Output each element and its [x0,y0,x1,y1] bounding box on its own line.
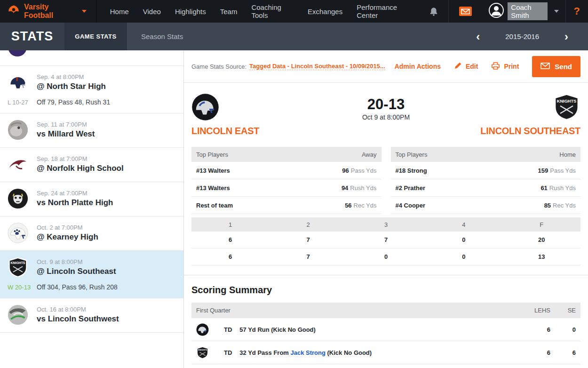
games-sidebar: L 10-27 Sep. 4 at 8:00PM @ North Star Hi… [0,50,184,368]
tab-game-stats[interactable]: GAME STATS [64,23,127,50]
toolbar-actions: Admin Actions Edit Print [395,56,580,77]
game-item-lincoln-southwest[interactable]: Oct. 16 at 8:00PM vs Lincoln Southwest [0,298,183,333]
top-nav: Varsity Football Home Video Highlights T… [0,0,588,23]
game-title: vs Millard West [37,129,176,139]
user-menu[interactable]: Coach Smith [482,0,565,23]
notifications-bell-icon[interactable] [419,0,448,23]
quarter-score: 6 [191,236,269,243]
game-item-north-star[interactable]: L 10-27 Sep. 4 at 8:00PM @ North Star Hi… [0,66,183,113]
nav-item-performance-center[interactable]: Performance Center [350,0,419,23]
game-item-north-platte[interactable]: Sep. 24 at 7:00PM vs North Platte High [0,182,183,216]
nav-item-coaching-tools[interactable]: Coaching Tools [244,0,301,23]
stat-value: 85 [544,202,551,209]
game-item-partial[interactable] [0,50,183,66]
norfolk-hawk-logo [8,154,28,175]
main-content: Game Stats Source: Tagged Data - Lincoln… [184,50,588,368]
table-row: #18 Strong 159Pass Yds [391,162,581,179]
nav-item-team[interactable]: Team [213,0,245,23]
side-label: Away [362,151,377,158]
nav-item-home[interactable]: Home [103,0,136,23]
chevron-down-icon [554,10,559,13]
game-title: @ Norfolk High School [37,164,176,173]
messages-mail-icon[interactable] [449,0,482,23]
quarter-score: 7 [269,253,347,260]
print-button[interactable]: Print [491,62,519,72]
north-platte-bulldog-logo [8,188,28,209]
kearney-helmet-logo [8,223,28,243]
knights-shield-logo: KNIGHTS [553,93,580,121]
user-name: Coach Smith [508,2,547,20]
brand-logo-icon [8,4,20,18]
printer-icon [491,62,500,72]
player-name: #13 Walters [196,167,230,174]
nav-right: Coach Smith ? [419,0,588,23]
quarter-label: 1 [191,221,269,228]
game-item-norfolk[interactable]: Sep. 18 at 7:00PM @ Norfolk High School [0,148,183,182]
play-description: 57 Yd Run (Kick No Good) [239,326,316,333]
stat-label: Pass Yds [351,167,377,174]
quarter-score: 6 [191,253,269,260]
game-title: vs Lincoln Southwest [37,314,176,324]
next-season-chevron[interactable]: › [564,31,568,42]
player-name: #2 Prather [396,184,426,192]
nav-item-highlights[interactable]: Highlights [168,0,213,23]
help-button[interactable]: ? [566,5,588,17]
home-team-name: LINCOLN SOUTHEAST [480,126,580,136]
away-abbr: LEHS [521,307,550,314]
knights-shield-logo: KNIGHTS [196,346,209,359]
game-item-millard-west[interactable]: Sep. 11 at 7:00PM vs Millard West [0,113,183,148]
player-link[interactable]: Jack Strong [291,349,326,356]
tab-season-stats[interactable]: Season Stats [127,23,197,50]
lincoln-east-helmet-logo [196,323,209,336]
stat-value: 96 [342,167,349,174]
top-players-home-table: Top Players Home #18 Strong 159Pass Yds … [391,147,581,214]
side-label: Home [559,151,576,158]
pencil-icon [454,62,462,71]
away-team-name: LINCOLN EAST [191,126,337,136]
nav-item-exchanges[interactable]: Exchanges [301,0,350,23]
lincoln-east-helmet-logo [191,93,219,121]
score-block: 20-13 Oct 9 at 8:00PM [337,93,435,136]
final-label: F [503,221,580,228]
top-players-section: Top Players Away #13 Walters 96Pass Yds … [184,143,588,214]
top-players-away-table: Top Players Away #13 Walters 96Pass Yds … [191,147,381,214]
chevron-down-icon [82,10,87,13]
quarter-label: 4 [425,221,502,228]
game-item-kearney[interactable]: Oct. 2 at 7:00PM @ Kearney High [0,216,183,251]
final-score: 20-13 [337,96,435,113]
svg-text:KNIGHTS: KNIGHTS [557,99,576,104]
source-toolbar: Game Stats Source: Tagged Data - Lincoln… [184,50,588,83]
quarter-score: 0 [347,253,425,260]
admin-actions-button[interactable]: Admin Actions [395,63,441,70]
stats-bar: STATS GAME STATS Season Stats ‹ 2015-201… [0,23,588,50]
quarter-label: 3 [347,221,425,228]
home-abbr: SE [550,307,576,314]
north-star-helmet-logo [8,72,28,93]
scoring-header: First Quarter LEHS SE [191,303,580,318]
print-label: Print [504,63,519,70]
game-date: Sep. 11 at 7:00PM [37,121,176,128]
scoring-play-row: TD 57 Yd Run (Kick No Good) 6 0 [191,318,580,341]
quarter-score: 7 [347,236,425,243]
home-score-cell: 0 [550,326,576,333]
away-team-block: LINCOLN EAST [191,93,337,136]
edit-button[interactable]: Edit [454,62,478,71]
svg-text:KNIGHTS: KNIGHTS [11,261,25,264]
send-button[interactable]: Send [532,56,580,77]
brand-menu[interactable]: Varsity Football [0,0,96,23]
game-title: @ Lincoln Southeast [37,267,176,276]
play-type: TD [224,349,232,356]
nav-item-video[interactable]: Video [136,0,168,23]
play-description: 32 Yd Pass From Jack Strong (Kick No Goo… [239,349,372,356]
game-date: Sep. 18 at 7:00PM [37,155,176,162]
prev-season-chevron[interactable]: ‹ [476,31,480,42]
home-team-block: KNIGHTS LINCOLN SOUTHEAST [435,93,580,136]
game-date: Sep. 24 at 7:00PM [37,190,176,197]
scoring-summary-title: Scoring Summary [191,285,580,296]
game-item-lincoln-southeast-selected[interactable]: KNIGHTS W 20-13 Oct. 9 at 8:00PM @ Linco… [0,251,183,298]
edit-label: Edit [466,63,478,70]
game-title: vs North Platte High [37,198,176,208]
table-row: #4 Cooper 85Rec Yds [391,197,581,214]
source-link[interactable]: Tagged Data - Lincoln Southeast - 10/09/… [249,63,385,70]
game-title: @ North Star High [37,82,176,91]
